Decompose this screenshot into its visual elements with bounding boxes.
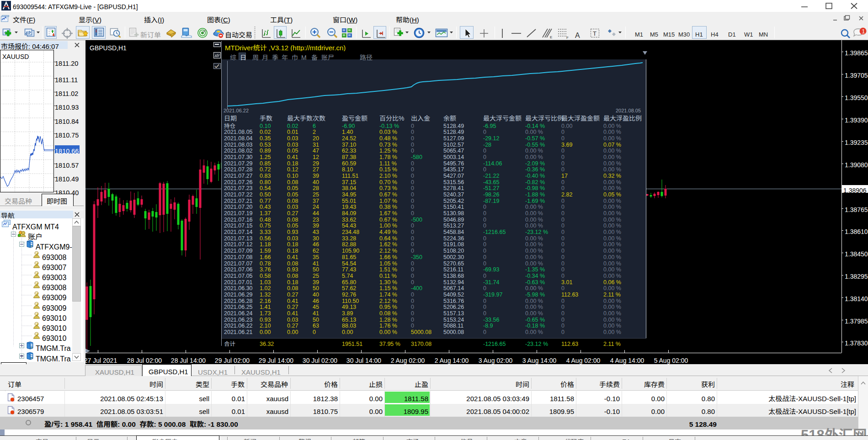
svg-text:1: 1: [862, 27, 865, 35]
svg-text:T: T: [593, 29, 596, 37]
svg-text:F: F: [566, 35, 569, 39]
svg-text:E: E: [550, 34, 552, 39]
